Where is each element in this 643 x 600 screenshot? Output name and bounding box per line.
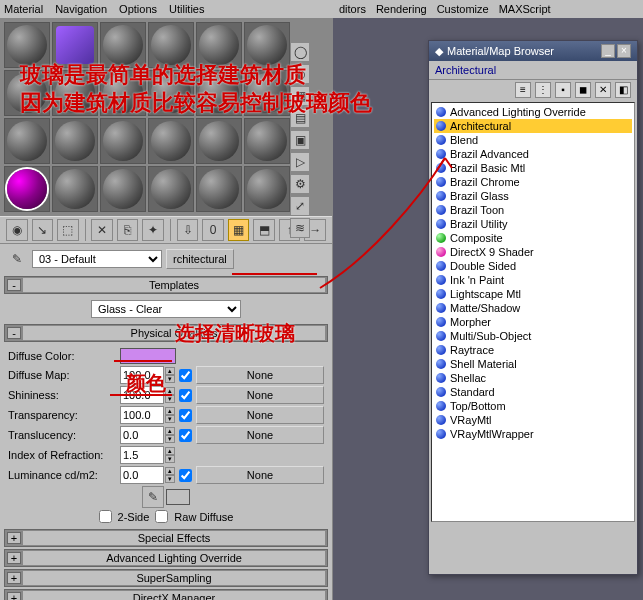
clear-icon[interactable]: ✕	[595, 82, 611, 98]
material-list[interactable]: Advanced Lighting OverrideArchitecturalB…	[431, 102, 635, 522]
sample-slot[interactable]	[52, 70, 98, 116]
material-list-item[interactable]: VRayMtlWrapper	[434, 427, 632, 441]
material-list-item[interactable]: Architectural	[434, 119, 632, 133]
get-material-icon[interactable]: ◉	[6, 219, 28, 241]
menu-maxscript[interactable]: MAXScript	[499, 3, 551, 15]
material-list-item[interactable]: Top/Bottom	[434, 399, 632, 413]
sample-slot[interactable]	[196, 118, 242, 164]
material-list-item[interactable]: Brazil Toon	[434, 203, 632, 217]
view-list-icons-icon[interactable]: ⋮	[535, 82, 551, 98]
material-list-item[interactable]: Brazil Glass	[434, 189, 632, 203]
options-icon[interactable]: ◧	[615, 82, 631, 98]
put-to-scene-icon[interactable]: ↘	[32, 219, 54, 241]
raw-diffuse-checkbox[interactable]	[155, 510, 168, 523]
sample-slot[interactable]	[196, 22, 242, 68]
shininess-enable[interactable]	[179, 389, 192, 402]
material-list-item[interactable]: Multi/Sub-Object	[434, 329, 632, 343]
diffuse-map-button[interactable]: None	[196, 366, 324, 384]
collapse-icon[interactable]: -	[7, 279, 21, 291]
material-list-item[interactable]: Brazil Utility	[434, 217, 632, 231]
adv-lighting-header[interactable]: +Advanced Lighting Override	[4, 549, 328, 567]
material-name-select[interactable]: 03 - Default	[32, 250, 162, 268]
material-list-item[interactable]: Shell Material	[434, 357, 632, 371]
spin-down-icon[interactable]: ▾	[165, 475, 175, 483]
show-end-result-icon[interactable]: ⬒	[253, 219, 275, 241]
options-icon[interactable]: ⚙	[290, 174, 310, 194]
spin-up-icon[interactable]: ▴	[165, 447, 175, 455]
select-by-mtl-icon[interactable]: ⤢	[290, 196, 310, 216]
sample-slot[interactable]	[196, 166, 242, 212]
sample-slot[interactable]	[148, 70, 194, 116]
material-list-item[interactable]: Morpher	[434, 315, 632, 329]
backlight-icon[interactable]: ◐	[290, 64, 310, 84]
sample-slot[interactable]	[100, 22, 146, 68]
sample-slot[interactable]	[100, 118, 146, 164]
video-check-icon[interactable]: ▣	[290, 130, 310, 150]
expand-icon[interactable]: +	[7, 572, 21, 584]
preview-icon[interactable]: ▷	[290, 152, 310, 172]
sample-slot-active[interactable]	[4, 166, 50, 212]
sample-slot[interactable]	[4, 70, 50, 116]
ior-spinner[interactable]	[120, 446, 164, 464]
sample-slot[interactable]	[148, 22, 194, 68]
spin-up-icon[interactable]: ▴	[165, 367, 175, 375]
luminance-enable[interactable]	[179, 469, 192, 482]
menu-customize[interactable]: Customize	[437, 3, 489, 15]
sample-slot[interactable]	[52, 22, 98, 68]
menu-rendering[interactable]: Rendering	[376, 3, 427, 15]
menu-options[interactable]: Options	[119, 3, 157, 15]
sample-slot[interactable]	[196, 70, 242, 116]
material-list-item[interactable]: Shellac	[434, 371, 632, 385]
material-type-button[interactable]: rchitectural	[166, 249, 234, 269]
material-list-item[interactable]: Standard	[434, 385, 632, 399]
sample-slot[interactable]	[4, 118, 50, 164]
sample-slot[interactable]	[52, 166, 98, 212]
material-list-item[interactable]: Brazil Advanced	[434, 147, 632, 161]
transparency-enable[interactable]	[179, 409, 192, 422]
expand-icon[interactable]: +	[7, 532, 21, 544]
make-copy-icon[interactable]: ⎘	[117, 219, 139, 241]
templates-rollout-header[interactable]: - Templates	[4, 276, 328, 294]
directx-header[interactable]: +DirectX Manager	[4, 589, 328, 600]
make-unique-icon[interactable]: ✦	[142, 219, 164, 241]
two-side-checkbox[interactable]	[99, 510, 112, 523]
view-large-icon[interactable]: ◼	[575, 82, 591, 98]
sample-slot[interactable]	[244, 118, 290, 164]
spin-up-icon[interactable]: ▴	[165, 467, 175, 475]
material-list-item[interactable]: Brazil Basic Mtl	[434, 161, 632, 175]
menu-material[interactable]: Material	[4, 3, 43, 15]
material-list-item[interactable]: Advanced Lighting Override	[434, 105, 632, 119]
background-icon[interactable]: ▦	[290, 86, 310, 106]
sample-slot[interactable]	[244, 166, 290, 212]
material-id-icon[interactable]: 0	[202, 219, 224, 241]
spin-up-icon[interactable]: ▴	[165, 407, 175, 415]
expand-icon[interactable]: +	[7, 552, 21, 564]
diffuse-map-spinner[interactable]	[120, 366, 164, 384]
transparency-spinner[interactable]	[120, 406, 164, 424]
sample-slot[interactable]	[148, 118, 194, 164]
pick-material-icon[interactable]: ✎	[6, 248, 28, 270]
material-map-nav-icon[interactable]: ≋	[290, 218, 310, 238]
sample-slot[interactable]	[148, 166, 194, 212]
material-list-item[interactable]: DirectX 9 Shader	[434, 245, 632, 259]
main-menubar[interactable]: ditors Rendering Customize MAXScript	[333, 0, 643, 18]
minimize-icon[interactable]: _	[601, 44, 615, 58]
template-select[interactable]: Glass - Clear	[91, 300, 241, 318]
sample-slot[interactable]	[244, 22, 290, 68]
material-list-item[interactable]: Lightscape Mtl	[434, 287, 632, 301]
sample-slot[interactable]	[244, 70, 290, 116]
spin-down-icon[interactable]: ▾	[165, 395, 175, 403]
browser-titlebar[interactable]: ◆Material/Map Browser _×	[429, 41, 637, 61]
material-list-item[interactable]: Brazil Chrome	[434, 175, 632, 189]
material-list-item[interactable]: VRayMtl	[434, 413, 632, 427]
translucency-spinner[interactable]	[120, 426, 164, 444]
put-to-library-icon[interactable]: ⇩	[177, 219, 199, 241]
menu-editors[interactable]: ditors	[339, 3, 366, 15]
spin-down-icon[interactable]: ▾	[165, 375, 175, 383]
material-list-item[interactable]: Matte/Shadow	[434, 301, 632, 315]
delete-icon[interactable]: ✕	[91, 219, 113, 241]
spin-down-icon[interactable]: ▾	[165, 435, 175, 443]
sample-slot[interactable]	[100, 166, 146, 212]
physical-rollout-header[interactable]: - Physical Qualities	[4, 324, 328, 342]
menu-utilities[interactable]: Utilities	[169, 3, 204, 15]
